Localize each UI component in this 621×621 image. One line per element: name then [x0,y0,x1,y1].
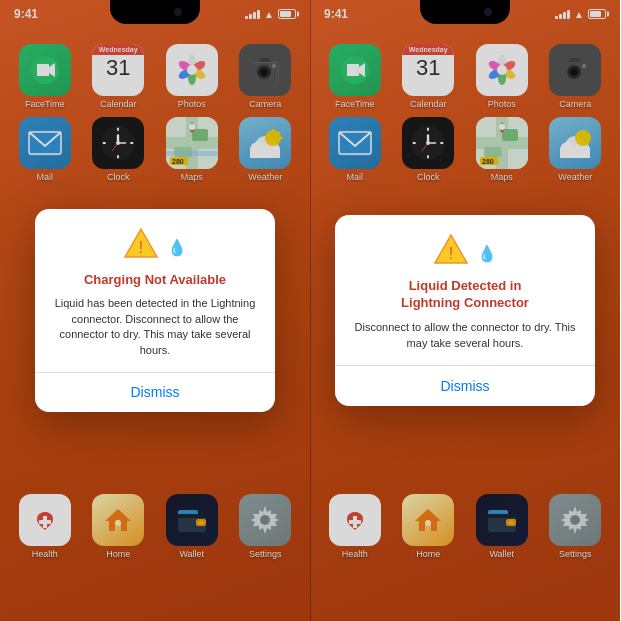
left-alert-dismiss-button[interactable]: Dismiss [51,372,259,412]
left-alert-box: ! 💧 Charging Not Available Liquid has be… [35,209,275,413]
right-alert-title: Liquid Detected inLightning Connector [351,278,579,312]
right-alert-dismiss-button[interactable]: Dismiss [351,366,579,406]
left-phone-screen: 9:41 ▲ FaceTime Wednesday [0,0,310,621]
right-alert-box: ! 💧 Liquid Detected inLightning Connecto… [335,215,595,405]
svg-text:!: ! [139,239,143,256]
left-alert-overlay: ! 💧 Charging Not Available Liquid has be… [0,0,310,621]
svg-text:!: ! [449,245,453,262]
right-alert-icon: ! 💧 [351,233,579,272]
left-alert-message: Liquid has been detected in the Lightnin… [51,296,259,358]
screen-divider [310,0,311,621]
right-alert-overlay: ! 💧 Liquid Detected inLightning Connecto… [310,0,620,621]
left-alert-title: Charging Not Available [51,272,259,289]
right-alert-message: Disconnect to allow the connector to dry… [351,320,579,351]
left-alert-icon: ! 💧 [51,227,259,266]
right-phone-screen: 9:41 ▲ FaceTime Wednesday 31 [310,0,620,621]
